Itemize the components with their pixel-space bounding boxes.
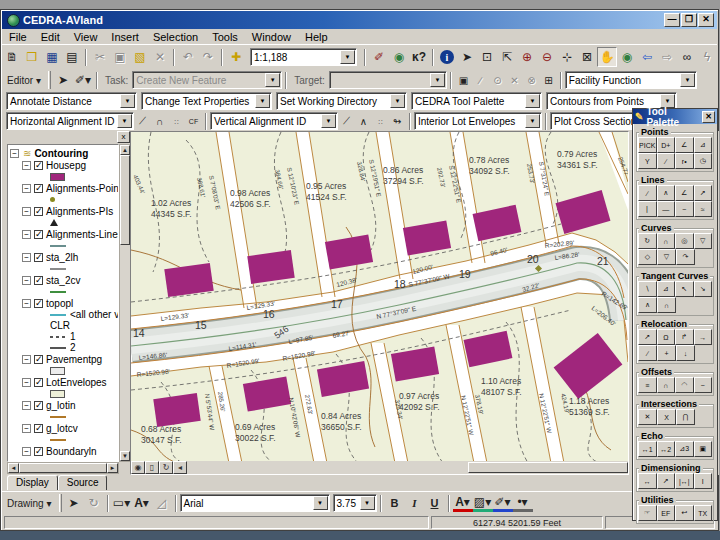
sketch-pencil-icon[interactable]: ✐▾: [73, 70, 93, 90]
layer-alignments-lines[interactable]: −Alignments-Lines: [10, 228, 118, 240]
font-combo[interactable]: Arial▼: [180, 494, 330, 512]
select-elements-icon[interactable]: ➤: [64, 493, 84, 513]
palette-tool-button[interactable]: ✕: [638, 409, 657, 425]
collapse-icon[interactable]: −: [22, 424, 31, 433]
marker-color-icon[interactable]: •▾: [513, 495, 533, 512]
cedra-combo-0[interactable]: Annotate Distance▼: [6, 92, 137, 110]
palette-tool-button[interactable]: X: [657, 409, 676, 425]
palette-tool-button[interactable]: ↔1: [638, 441, 657, 457]
collapse-icon[interactable]: −: [22, 184, 31, 193]
new-document-icon[interactable]: 🗎: [2, 47, 22, 67]
select-features-icon[interactable]: ⊡: [477, 47, 497, 67]
palette-tool-button[interactable]: →: [694, 329, 713, 345]
palette-tool-button[interactable]: ◷: [694, 153, 713, 169]
zoom-in-icon[interactable]: ⊕: [517, 47, 537, 67]
palette-tool-button[interactable]: ▣: [694, 441, 713, 457]
pause-drawing-icon[interactable]: ◂: [173, 461, 187, 474]
identify-icon[interactable]: i: [437, 47, 457, 67]
palette-tool-button[interactable]: ↻: [638, 233, 657, 249]
palette-tool-button[interactable]: ∕: [638, 185, 657, 201]
palette-tool-button[interactable]: ↗: [657, 473, 676, 489]
facility-function-combo[interactable]: Facility Function▼: [565, 71, 697, 89]
layer-alignments-points[interactable]: −Alignments-Points: [10, 182, 118, 194]
layer-checkbox[interactable]: [34, 253, 43, 262]
xtools-icon[interactable]: ϟ: [697, 47, 717, 67]
menu-selection[interactable]: Selection: [146, 30, 205, 44]
cedra-combo-3[interactable]: CEDRA Tool Palette▼: [411, 92, 542, 110]
pan-icon[interactable]: ✋: [597, 47, 617, 67]
sketch-tool-icon[interactable]: ✐: [369, 47, 389, 67]
find-icon[interactable]: ∞: [677, 47, 697, 67]
open-icon[interactable]: ❒: [22, 47, 42, 67]
palette-tool-button[interactable]: EF: [657, 505, 676, 521]
collapse-icon[interactable]: −: [22, 401, 31, 410]
palette-tool-button[interactable]: ∧: [638, 297, 657, 313]
profile-arc-icon[interactable]: ∩: [151, 113, 168, 130]
station-grid-icon[interactable]: ∷: [168, 113, 185, 130]
menu-insert[interactable]: Insert: [104, 30, 146, 44]
collapse-icon[interactable]: −: [22, 253, 31, 262]
scale-combo[interactable]: 1:1,188▼: [250, 48, 357, 66]
fill-color-icon[interactable]: ▨▾: [473, 495, 493, 512]
vcurve-icon[interactable]: ∧: [355, 113, 372, 130]
tab-display[interactable]: Display: [7, 475, 58, 490]
menu-window[interactable]: Window: [245, 30, 298, 44]
text-tool-icon[interactable]: A▾: [132, 493, 152, 513]
palette-tool-button[interactable]: ☞: [638, 505, 657, 521]
palette-tool-button[interactable]: I: [694, 473, 713, 489]
palette-tool-button[interactable]: ∩: [657, 297, 676, 313]
palette-tool-button[interactable]: ∖: [638, 281, 657, 297]
palette-tool-button[interactable]: ↘: [694, 281, 713, 297]
target-combo[interactable]: ▼: [329, 71, 447, 89]
line-color-icon[interactable]: ✐▾: [493, 495, 513, 512]
palette-tool-button[interactable]: ↔: [638, 473, 657, 489]
layer-tree[interactable]: −≋Contouring−Housepg−Alignments-Points−A…: [7, 144, 119, 462]
collapse-icon[interactable]: −: [22, 299, 31, 308]
font-size-combo[interactable]: 3.75▼: [333, 494, 377, 512]
rotate-tool-icon[interactable]: ⊙: [489, 72, 506, 89]
pigtail-icon[interactable]: ↬: [389, 113, 406, 130]
pointer-icon[interactable]: ➤: [457, 47, 477, 67]
underline-button[interactable]: U: [425, 493, 445, 513]
palette-tool-button[interactable]: ↩: [675, 505, 694, 521]
map-scroll-thumb[interactable]: [468, 462, 628, 473]
layer-checkbox[interactable]: [34, 378, 43, 387]
collapse-icon[interactable]: −: [22, 447, 31, 456]
task-combo[interactable]: Create New Feature▼: [132, 71, 282, 89]
palette-tool-button[interactable]: ↱: [675, 329, 694, 345]
italic-button[interactable]: I: [405, 493, 425, 513]
palette-tool-button[interactable]: ∕: [657, 153, 676, 169]
collapse-icon[interactable]: −: [22, 355, 31, 364]
close-button[interactable]: ✕: [698, 13, 714, 27]
palette-tool-button[interactable]: ◎: [675, 233, 694, 249]
palette-tool-button[interactable]: Ω: [657, 329, 676, 345]
palette-tool-button[interactable]: ⋂: [676, 409, 695, 425]
map-horizontal-scrollbar[interactable]: ◉ ▯ ↻ ◂: [131, 461, 628, 474]
print-icon[interactable]: ▤: [62, 47, 82, 67]
zoom-out-icon[interactable]: ⊖: [537, 47, 557, 67]
shape-tool-icon[interactable]: ▭▾: [112, 493, 132, 513]
tab-source[interactable]: Source: [58, 475, 108, 490]
menu-edit[interactable]: Edit: [34, 30, 67, 44]
layer-pavementpg[interactable]: −Pavementpg: [10, 353, 118, 365]
palette-tool-button[interactable]: D+: [657, 137, 676, 153]
palette-tool-button[interactable]: ~: [694, 377, 713, 393]
palette-tool-button[interactable]: r•: [675, 153, 694, 169]
palette-tool-button[interactable]: ◇: [638, 249, 657, 265]
menu-help[interactable]: Help: [298, 30, 335, 44]
palette-tool-button[interactable]: +: [657, 345, 676, 361]
menu-view[interactable]: View: [67, 30, 105, 44]
layer-checkbox[interactable]: [34, 401, 43, 410]
font-color-icon[interactable]: A▾: [453, 495, 473, 512]
palette-tool-button[interactable]: ∩: [657, 377, 676, 393]
palette-tool-button[interactable]: ∩: [657, 233, 676, 249]
palette-tool-button[interactable]: —: [657, 201, 676, 217]
palette-tool-button[interactable]: ∕: [638, 345, 657, 361]
menu-file[interactable]: File: [2, 30, 34, 44]
undo-icon[interactable]: ↶: [178, 47, 198, 67]
curve-flag-icon[interactable]: CF: [185, 113, 202, 130]
palette-tool-button[interactable]: ↔2: [657, 441, 676, 457]
drawing-menu-button[interactable]: Drawing ▾: [2, 493, 57, 513]
forward-extent-icon[interactable]: ⇨: [657, 47, 677, 67]
palette-tool-button[interactable]: ↷: [676, 249, 695, 265]
